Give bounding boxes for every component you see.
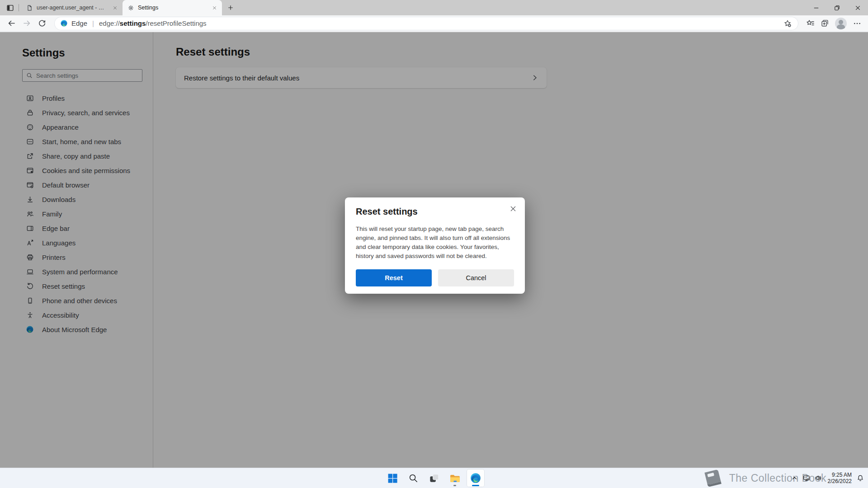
- restore-button[interactable]: [826, 0, 847, 15]
- cancel-button[interactable]: Cancel: [438, 269, 514, 286]
- tab-actions-menu-button[interactable]: [4, 0, 16, 15]
- add-favorite-icon[interactable]: [780, 17, 795, 30]
- address-bar[interactable]: Edge | edge://settings/resetProfileSetti…: [54, 17, 798, 30]
- clock-date: 2/26/2022: [828, 478, 852, 484]
- url-text: edge://settings/resetProfileSettings: [99, 19, 207, 27]
- edge-logo-icon: [470, 472, 481, 484]
- network-icon: [803, 474, 810, 482]
- dialog-title: Reset settings: [356, 206, 514, 217]
- taskbar-file-explorer-button[interactable]: [446, 469, 464, 487]
- notifications-button[interactable]: [854, 469, 866, 487]
- profile-avatar[interactable]: [835, 18, 847, 29]
- reset-settings-dialog: Reset settings This will reset your star…: [345, 197, 525, 294]
- document-icon: [26, 5, 33, 11]
- close-window-button[interactable]: [847, 0, 868, 15]
- settings-menu-icon[interactable]: [850, 17, 864, 30]
- taskbar-edge-button[interactable]: [467, 469, 485, 487]
- chevron-up-tray-button[interactable]: [789, 469, 801, 487]
- reset-button[interactable]: Reset: [356, 269, 432, 286]
- task-view-icon: [429, 473, 439, 483]
- taskbar-task-view-button[interactable]: [425, 469, 443, 487]
- window-controls: [806, 0, 868, 15]
- tab-strip: user-agent.user_agent - The ColSettings: [0, 0, 868, 15]
- favorites-icon[interactable]: [803, 17, 817, 30]
- clock-time: 9:25 AM: [828, 472, 852, 478]
- taskbar-search-button[interactable]: [404, 469, 422, 487]
- file-explorer-icon: [449, 473, 461, 484]
- forward-button[interactable]: [19, 16, 34, 31]
- taskbar-clock[interactable]: 9:25 AM 2/26/2022: [828, 472, 852, 484]
- windows-taskbar: The Collection Book 9:25 AM 2/26/2022: [0, 468, 868, 488]
- edge-logo-icon: [60, 19, 68, 27]
- volume-icon: [815, 474, 822, 482]
- gear-icon: [127, 5, 134, 11]
- browser-toolbar: Edge | edge://settings/resetProfileSetti…: [0, 15, 868, 32]
- tab-active[interactable]: Settings: [123, 0, 222, 15]
- chevron-up-icon: [791, 475, 798, 482]
- new-tab-button[interactable]: [224, 1, 237, 14]
- tab-0[interactable]: user-agent.user_agent - The Col: [21, 0, 123, 15]
- file-explorer-indicator: [453, 485, 456, 486]
- edge-indicator: [472, 485, 479, 486]
- refresh-button[interactable]: [34, 16, 50, 31]
- network-tray-button[interactable]: [801, 469, 812, 487]
- collections-icon[interactable]: [817, 17, 832, 30]
- dialog-close-icon[interactable]: [507, 203, 519, 215]
- address-separator: |: [92, 19, 94, 27]
- book-icon: [700, 466, 726, 488]
- tab-divider: [19, 4, 19, 11]
- search-icon: [408, 473, 418, 483]
- back-button[interactable]: [4, 16, 19, 31]
- tab-title: Settings: [138, 5, 207, 11]
- site-label: Edge: [71, 19, 87, 27]
- tab-close-icon[interactable]: [111, 4, 119, 12]
- taskbar-start-button[interactable]: [383, 469, 401, 487]
- windows-start-icon: [387, 473, 398, 484]
- bell-icon: [857, 474, 864, 482]
- minimize-button[interactable]: [806, 0, 826, 15]
- tab-title: user-agent.user_agent - The Col: [37, 5, 107, 11]
- dialog-body-text: This will reset your startup page, new t…: [356, 225, 515, 261]
- settings-page: Settings ProfilesPrivacy, search, and se…: [0, 32, 868, 468]
- volume-tray-button[interactable]: [812, 469, 824, 487]
- tab-close-icon[interactable]: [210, 4, 218, 12]
